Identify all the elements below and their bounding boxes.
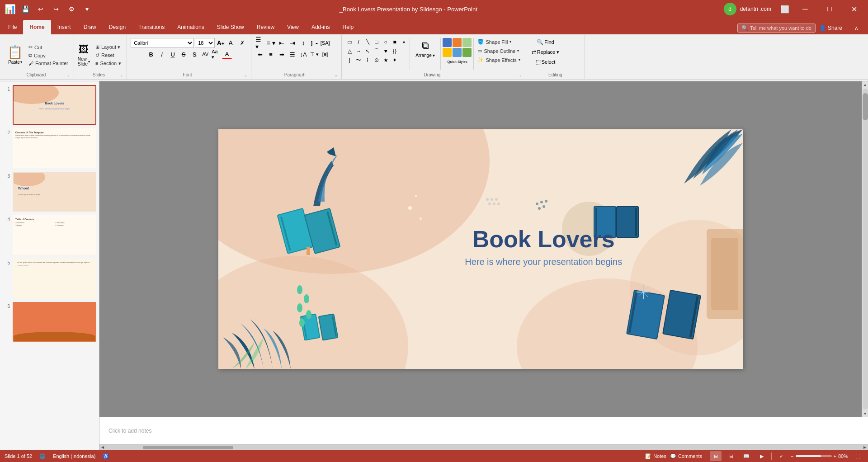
strikethrough-button[interactable]: S: [179, 49, 189, 59]
collapse-ribbon-button[interactable]: ∧: [850, 22, 863, 34]
custom-shape1[interactable]: ⌇: [363, 56, 372, 64]
curve-shape[interactable]: ∫: [345, 56, 354, 64]
style-swatch-5[interactable]: [453, 48, 462, 57]
tab-animations[interactable]: Animations: [171, 20, 210, 34]
rect-shape2[interactable]: □: [373, 38, 381, 46]
wave-shape[interactable]: 〜: [354, 56, 363, 64]
comments-toggle[interactable]: 💬 Comments: [670, 453, 702, 459]
style-swatch-2[interactable]: [453, 38, 462, 47]
ribbon-display-options[interactable]: ⬜: [778, 3, 791, 15]
undo-button[interactable]: ↩: [34, 3, 47, 15]
shape-effects-button[interactable]: ✨Shape Effects▾: [476, 56, 522, 64]
shape-outline-button[interactable]: ▭Shape Outline▾: [476, 47, 522, 55]
clipboard-expand[interactable]: ⌄: [67, 73, 70, 77]
heart-shape[interactable]: ♥: [382, 47, 390, 55]
slide-thumb-6[interactable]: 6: [3, 302, 96, 342]
line-shape[interactable]: /: [354, 38, 363, 46]
accessibility-checker[interactable]: ✓: [775, 451, 787, 461]
numbered-list-button[interactable]: ≡ ▾: [266, 38, 276, 48]
copy-button[interactable]: ⧉Copy: [27, 52, 70, 59]
align-center-button[interactable]: ≡: [266, 49, 276, 59]
arc-shape[interactable]: ⌒: [373, 47, 381, 55]
decrease-indent-button[interactable]: ⇤: [277, 38, 287, 48]
normal-view-button[interactable]: ⊞: [710, 451, 722, 461]
save-button[interactable]: 💾: [19, 3, 32, 15]
increase-indent-button[interactable]: ⇥: [288, 38, 297, 48]
justify-button[interactable]: ☰: [288, 49, 297, 59]
right-scrollbar[interactable]: ▲ ▼: [862, 81, 868, 417]
tab-view[interactable]: View: [281, 20, 305, 34]
bold-button[interactable]: B: [146, 49, 156, 59]
minimize-button[interactable]: ─: [795, 0, 816, 18]
paragraph-expand[interactable]: ⌄: [335, 73, 338, 77]
triangle-shape[interactable]: △: [345, 47, 354, 55]
line-spacing-button[interactable]: ↕: [298, 38, 308, 48]
text-shadow-button[interactable]: S: [189, 49, 199, 59]
slide-thumb-4[interactable]: 4 Table of Contents 01 Introduction 02 P…: [3, 215, 96, 255]
change-case-button[interactable]: Aa ▾: [211, 49, 221, 59]
new-slide-button[interactable]: 🖼 NewSlide ▾: [78, 44, 90, 66]
scroll-thumb[interactable]: [863, 93, 868, 120]
reset-button[interactable]: ↺Reset: [94, 52, 123, 59]
paste-button[interactable]: 📋 Paste ▾: [5, 44, 25, 66]
diagonal-shape[interactable]: ╲: [363, 38, 372, 46]
user-avatar[interactable]: d: [724, 3, 736, 15]
star-shape[interactable]: ★: [382, 56, 390, 64]
find-button[interactable]: 🔍Find: [535, 38, 556, 46]
tab-help[interactable]: Help: [336, 20, 360, 34]
drawing-expand[interactable]: ⌄: [519, 73, 522, 77]
reading-view-button[interactable]: 📖: [741, 451, 752, 461]
rectangle-shape[interactable]: ▭: [345, 38, 354, 46]
convert-to-smartart-button[interactable]: [≡]: [320, 49, 330, 59]
font-expand[interactable]: ⌄: [244, 73, 247, 77]
notes-toggle[interactable]: 📝 Notes: [645, 453, 666, 459]
style-swatch-4[interactable]: [443, 48, 452, 57]
slide-canvas[interactable]: Book Lovers Here is where your presentat…: [218, 129, 743, 369]
horizontal-scroll-track[interactable]: [107, 446, 861, 449]
clear-formatting-button[interactable]: ✗: [237, 38, 247, 48]
scroll-right-arrow[interactable]: ▶: [862, 444, 868, 451]
tab-review[interactable]: Review: [250, 20, 281, 34]
shapes-expand[interactable]: ▾: [400, 38, 408, 46]
arrow2-shape[interactable]: ↖: [363, 47, 372, 55]
scroll-up-arrow[interactable]: ▲: [862, 81, 868, 88]
redo-button[interactable]: ↪: [50, 3, 62, 15]
columns-button[interactable]: ⫿ ▾: [309, 38, 319, 48]
tab-home[interactable]: Home: [23, 20, 51, 34]
slide-sorter-button[interactable]: ⊟: [725, 451, 737, 461]
scroll-left-arrow[interactable]: ◀: [99, 444, 106, 451]
horizontal-scrollbar[interactable]: ◀ ▶: [99, 444, 868, 450]
align-left-button[interactable]: ⬅: [255, 49, 265, 59]
replace-button[interactable]: ⇄Replace ▾: [530, 48, 561, 56]
slides-expand[interactable]: ⌄: [120, 73, 123, 77]
smart-art-button[interactable]: [SA]: [320, 38, 330, 48]
style-swatch-3[interactable]: [462, 38, 472, 47]
fit-window-button[interactable]: ⛶: [852, 451, 863, 461]
section-button[interactable]: ≡Section ▾: [94, 60, 123, 67]
underline-button[interactable]: U: [168, 49, 178, 59]
shape-fill-button[interactable]: 🪣Shape Fill▾: [476, 38, 522, 46]
circle-shape[interactable]: ○: [382, 38, 390, 46]
format-painter-button[interactable]: 🖌Format Painter: [27, 60, 70, 67]
zoom-in-button[interactable]: +: [834, 453, 836, 459]
tab-slideshow[interactable]: Slide Show: [211, 20, 250, 34]
customize-qa-button[interactable]: ⚙: [65, 3, 78, 15]
font-color-button[interactable]: A: [222, 49, 232, 59]
align-text-button[interactable]: ⊤ ▾: [309, 49, 319, 59]
align-right-button[interactable]: ➡: [277, 49, 287, 59]
arrow-shape[interactable]: →: [354, 47, 363, 55]
slide-preview-6[interactable]: [13, 302, 96, 342]
quick-styles-button[interactable]: Quick Styles: [444, 58, 470, 66]
tab-insert[interactable]: Insert: [51, 20, 77, 34]
slide-thumb-5[interactable]: 5 "This is a quote. Words full of wisdom…: [3, 259, 96, 298]
tab-transitions[interactable]: Transitions: [132, 20, 171, 34]
slide-thumb-3[interactable]: 3 Whoa! Lorem ipsum dolor sit amet: [3, 172, 96, 212]
cut-button[interactable]: ✂Cut: [27, 43, 70, 51]
tab-draw[interactable]: Draw: [77, 20, 103, 34]
shrink-font-button[interactable]: A-: [226, 38, 236, 48]
search-box[interactable]: 🔍 Tell me what you want to do: [737, 24, 816, 33]
slide-preview-2[interactable]: Contents of This Template Lorem ipsum do…: [13, 128, 96, 168]
tab-design[interactable]: Design: [103, 20, 132, 34]
custom-shape3[interactable]: ✦: [391, 56, 399, 64]
tab-addins[interactable]: Add-ins: [305, 20, 336, 34]
